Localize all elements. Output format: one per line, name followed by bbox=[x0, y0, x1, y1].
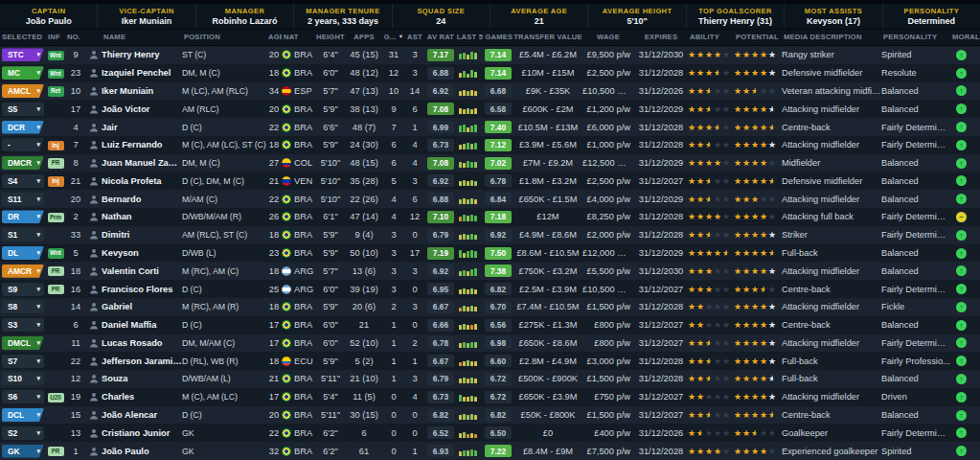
player-name[interactable]: Gabriel bbox=[102, 302, 182, 311]
player-row[interactable]: S10▾12SouzaD/WB/AM (L)21BRA5'11"21 (10)1… bbox=[0, 370, 980, 388]
info-badge[interactable]: Wnt bbox=[48, 51, 64, 60]
info-badge[interactable]: PR bbox=[48, 447, 64, 456]
column-header-age[interactable]: AGE bbox=[266, 33, 282, 41]
column-header-expires[interactable]: EXPIRES bbox=[634, 33, 688, 41]
player-name[interactable]: João Alencar bbox=[102, 410, 182, 420]
player-row[interactable]: -▾Inj7Luiz FernandoM (C), AM (LC), ST (C… bbox=[0, 136, 980, 154]
column-header-media-description[interactable]: MEDIA DESCRIPTION bbox=[782, 33, 881, 41]
column-header-ast[interactable]: AST bbox=[404, 33, 425, 41]
position-select-pill[interactable]: DMCL▾ bbox=[2, 336, 44, 350]
position-select-pill[interactable]: -▾ bbox=[2, 138, 44, 151]
player-name[interactable]: Souza bbox=[102, 374, 182, 383]
player-name[interactable]: Jefferson Jaramillo bbox=[102, 356, 182, 366]
info-badge[interactable]: U20 bbox=[48, 393, 64, 402]
player-name[interactable]: Cristiano Junior bbox=[102, 428, 182, 438]
column-header-no-[interactable]: NO. bbox=[65, 33, 86, 41]
column-header-selected[interactable]: SELECTED bbox=[0, 33, 46, 41]
position-select-pill[interactable]: S8▾ bbox=[2, 300, 44, 313]
column-header-name[interactable]: NAME bbox=[102, 33, 182, 41]
column-header-height[interactable]: HEIGHT bbox=[316, 33, 345, 41]
position-select-pill[interactable]: AMCR▾ bbox=[2, 264, 44, 278]
position-select-pill[interactable]: S1▾ bbox=[2, 228, 44, 242]
info-badge[interactable]: PR bbox=[48, 266, 64, 276]
player-row[interactable]: DR▾Prm2NathanD/WB/M/AM (R)26BRA6'1"47 (1… bbox=[0, 208, 980, 226]
position-select-pill[interactable]: DMCR▾ bbox=[2, 156, 44, 170]
info-badge[interactable]: Inj bbox=[48, 176, 64, 186]
column-header-av-rat[interactable]: AV RAT bbox=[425, 33, 456, 41]
info-badge[interactable]: PR bbox=[48, 158, 64, 168]
position-select-pill[interactable]: S11▾ bbox=[2, 193, 44, 206]
position-select-pill[interactable]: STC▾ bbox=[2, 48, 44, 61]
position-select-pill[interactable]: S10▾ bbox=[2, 372, 44, 385]
player-row[interactable]: DMCR▾PR8Juan Manuel ZapataDM, M (C)27COL… bbox=[0, 154, 980, 172]
position-select-pill[interactable]: S6▾ bbox=[2, 390, 44, 403]
player-name[interactable]: Thierry Henry bbox=[102, 50, 182, 59]
column-header-potential[interactable]: POTENTIAL bbox=[734, 33, 782, 41]
player-row[interactable]: S7▾22Jefferson JaramilloD (RL), WB (R)18… bbox=[0, 352, 980, 370]
info-badge[interactable]: Prm bbox=[48, 213, 64, 222]
player-name[interactable]: Francisco Flores bbox=[102, 285, 182, 294]
position-select-pill[interactable]: S2▾ bbox=[2, 426, 44, 440]
position-select-pill[interactable]: DR▾ bbox=[2, 210, 44, 223]
player-row[interactable]: S2▾13Cristiano JuniorGK22BRA6'2"6006.526… bbox=[0, 424, 980, 442]
player-name[interactable]: Lucas Rosado bbox=[102, 338, 182, 348]
player-row[interactable]: DL▾Wnt5KevysonD/WB (L)23BRA5'9"50 (10)31… bbox=[0, 244, 980, 263]
player-row[interactable]: S4▾Inj21Nicola ProfetaD (C), DM, M (C)21… bbox=[0, 172, 980, 190]
column-header-ability[interactable]: ABILITY bbox=[688, 33, 734, 41]
info-badge[interactable]: PR bbox=[48, 285, 64, 294]
player-name[interactable]: Juan Manuel Zapata bbox=[102, 158, 182, 168]
player-name[interactable]: João Victor bbox=[102, 104, 182, 114]
player-row[interactable]: MC▾Wnt23Izaquiel PenchelDM, M (C)18BRA6'… bbox=[0, 64, 980, 82]
player-row[interactable]: DCR▾4JairD (C)22BRA6'6"48 (7)716.997.40£… bbox=[0, 118, 980, 136]
player-name[interactable]: Charles bbox=[102, 392, 182, 402]
column-header-transfer-value[interactable]: TRANSFER VALUE bbox=[513, 33, 582, 41]
player-name[interactable]: Dimitri bbox=[102, 230, 182, 240]
info-badge[interactable]: Ret bbox=[48, 86, 64, 96]
position-select-pill[interactable]: S3▾ bbox=[2, 318, 44, 332]
info-badge[interactable]: Wnt bbox=[48, 248, 64, 258]
player-row[interactable]: DCL▾15João AlencarD (C)20BRA5'11"30 (15)… bbox=[0, 406, 980, 425]
position-select-pill[interactable]: S4▾ bbox=[2, 174, 44, 188]
player-name[interactable]: Kevyson bbox=[102, 248, 182, 258]
column-header-last-5-games[interactable]: LAST 5 GAMES bbox=[456, 33, 513, 41]
player-name[interactable]: Jair bbox=[102, 123, 182, 132]
player-name[interactable]: Nathan bbox=[102, 212, 182, 221]
position-select-pill[interactable]: GK▾ bbox=[2, 445, 44, 458]
player-name[interactable]: Nicola Profeta bbox=[102, 176, 182, 186]
position-select-pill[interactable]: AMCL▾ bbox=[2, 84, 44, 98]
info-badge[interactable]: Wnt bbox=[48, 69, 64, 79]
column-header-nat[interactable]: NAT bbox=[282, 33, 316, 41]
player-row[interactable]: S1▾33DimitriAM (RLC), ST (C)18BRA5'9"9 (… bbox=[0, 226, 980, 244]
player-name[interactable]: Valentin Corti bbox=[102, 266, 182, 276]
position-select-pill[interactable]: S5▾ bbox=[2, 103, 44, 116]
position-select-pill[interactable]: DL▾ bbox=[2, 246, 44, 260]
player-name[interactable]: Iker Muniain bbox=[102, 86, 182, 96]
position-select-pill[interactable]: S7▾ bbox=[2, 355, 44, 368]
player-name[interactable]: João Paulo bbox=[102, 447, 182, 456]
player-row[interactable]: AMCR▾PR18Valentin CortiM (RC), AM (C)18A… bbox=[0, 262, 980, 280]
column-header-position[interactable]: POSITION bbox=[182, 33, 266, 41]
position-select-pill[interactable]: DCR▾ bbox=[2, 121, 44, 134]
position-select-pill[interactable]: S9▾ bbox=[2, 283, 44, 296]
column-header-morale[interactable]: MORALE bbox=[950, 33, 980, 41]
player-row[interactable]: S9▾PR16Francisco FloresD (C)25ARG6'0"39 … bbox=[0, 280, 980, 298]
position-select-pill[interactable]: DCL▾ bbox=[2, 408, 44, 422]
player-row[interactable]: GK▾PR1João PauloGK32BRA6'2"61016.937.22£… bbox=[0, 442, 980, 460]
player-name[interactable]: Daniel Maffia bbox=[102, 320, 182, 330]
position-select-pill[interactable]: MC▾ bbox=[2, 66, 44, 80]
player-row[interactable]: AMCL▾Ret10Iker MuniainM (LC), AM (RLC)34… bbox=[0, 82, 980, 101]
player-row[interactable]: S11▾20BernardoM/AM (C)22BRA5'10"22 (26)4… bbox=[0, 190, 980, 208]
column-header-personality[interactable]: PERSONALITY bbox=[881, 33, 950, 41]
player-row[interactable]: S3▾6Daniel MaffiaD (C)17BRA6'0"21106.666… bbox=[0, 316, 980, 334]
player-name[interactable]: Bernardo bbox=[102, 195, 182, 204]
column-header-apps[interactable]: APPS bbox=[345, 33, 383, 41]
column-header-wage[interactable]: WAGE bbox=[582, 33, 634, 41]
player-row[interactable]: S8▾14GabrielM (RC), AM (R)18BRA5'9"20 (6… bbox=[0, 298, 980, 316]
player-name[interactable]: Izaquiel Penchel bbox=[102, 68, 182, 78]
player-row[interactable]: S6▾U2019CharlesM (C), AM (LC)17BRA5'4"11… bbox=[0, 388, 980, 406]
player-row[interactable]: S5▾17João VictorAM (RLC)20BRA5'9"38 (13)… bbox=[0, 100, 980, 118]
column-header-inf[interactable]: INF bbox=[46, 33, 65, 41]
player-row[interactable]: STC▾Wnt9Thierry HenryST (C)20BRA6'4"45 (… bbox=[0, 46, 980, 64]
column-header-g-[interactable]: G...▼ bbox=[383, 33, 404, 41]
player-name[interactable]: Luiz Fernando bbox=[102, 140, 182, 150]
